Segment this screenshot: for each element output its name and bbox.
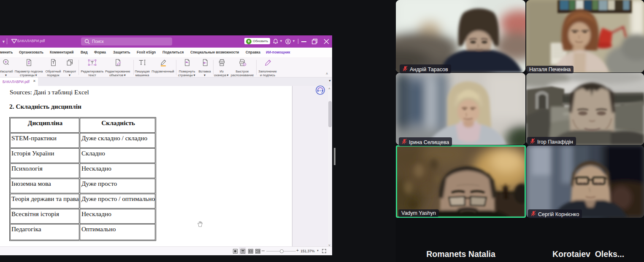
svg-text:AI: AI bbox=[319, 89, 322, 92]
svg-text:OCR: OCR bbox=[240, 61, 244, 64]
